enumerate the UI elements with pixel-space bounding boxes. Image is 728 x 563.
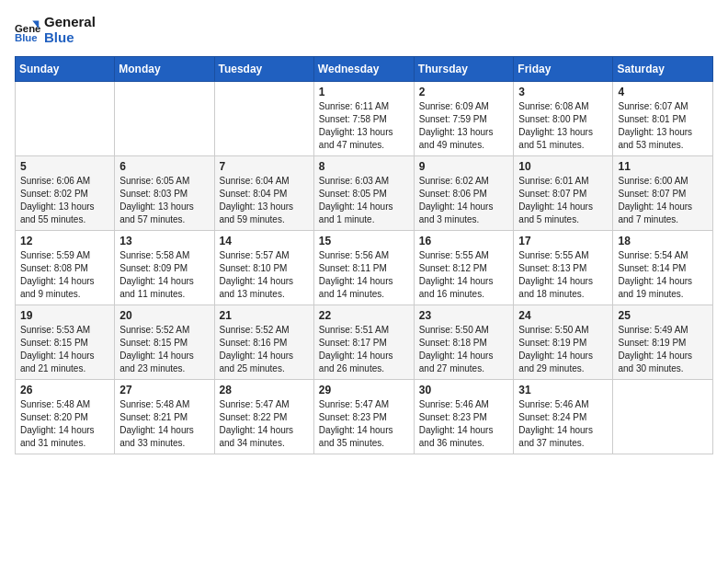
day-info: Sunrise: 6:04 AM Sunset: 8:04 PM Dayligh…	[220, 175, 309, 226]
day-info: Sunrise: 5:59 AM Sunset: 8:08 PM Dayligh…	[20, 249, 109, 301]
calendar-cell: 20Sunrise: 5:52 AM Sunset: 8:15 PM Dayli…	[115, 305, 214, 380]
calendar-cell: 1Sunrise: 6:11 AM Sunset: 7:58 PM Daylig…	[313, 82, 414, 156]
calendar-cell: 17Sunrise: 5:55 AM Sunset: 8:13 PM Dayli…	[514, 231, 613, 305]
calendar-cell: 19Sunrise: 5:53 AM Sunset: 8:15 PM Dayli…	[16, 305, 115, 380]
calendar-cell: 21Sunrise: 5:52 AM Sunset: 8:16 PM Dayli…	[214, 305, 313, 380]
calendar-cell: 24Sunrise: 5:50 AM Sunset: 8:19 PM Dayli…	[514, 305, 613, 380]
calendar-cell: 2Sunrise: 6:09 AM Sunset: 7:59 PM Daylig…	[414, 82, 514, 156]
calendar-cell: 18Sunrise: 5:54 AM Sunset: 8:14 PM Dayli…	[613, 231, 713, 305]
weekday-label-tuesday: Tuesday	[214, 57, 313, 82]
calendar-cell: 7Sunrise: 6:04 AM Sunset: 8:04 PM Daylig…	[214, 156, 313, 231]
logo: General Blue General Blue	[15, 15, 96, 45]
day-info: Sunrise: 6:11 AM Sunset: 7:58 PM Dayligh…	[319, 100, 409, 152]
calendar-cell: 29Sunrise: 5:47 AM Sunset: 8:23 PM Dayli…	[313, 380, 414, 454]
day-info: Sunrise: 5:57 AM Sunset: 8:10 PM Dayligh…	[220, 249, 309, 301]
week-row-1: 1Sunrise: 6:11 AM Sunset: 7:58 PM Daylig…	[16, 82, 713, 156]
day-number: 21	[220, 309, 309, 322]
calendar-cell: 3Sunrise: 6:08 AM Sunset: 8:00 PM Daylig…	[514, 82, 613, 156]
day-number: 28	[220, 384, 309, 396]
day-info: Sunrise: 6:05 AM Sunset: 8:03 PM Dayligh…	[119, 175, 209, 226]
calendar-cell	[115, 82, 214, 156]
day-number: 12	[20, 235, 109, 247]
day-number: 8	[319, 160, 409, 173]
week-row-2: 5Sunrise: 6:06 AM Sunset: 8:02 PM Daylig…	[16, 156, 713, 231]
day-number: 17	[518, 235, 608, 247]
day-info: Sunrise: 5:56 AM Sunset: 8:11 PM Dayligh…	[319, 249, 409, 301]
calendar-cell	[16, 82, 115, 156]
day-info: Sunrise: 5:55 AM Sunset: 8:12 PM Dayligh…	[419, 249, 509, 301]
day-info: Sunrise: 6:06 AM Sunset: 8:02 PM Dayligh…	[20, 175, 109, 226]
week-row-4: 19Sunrise: 5:53 AM Sunset: 8:15 PM Dayli…	[16, 305, 713, 380]
day-number: 19	[20, 309, 109, 322]
day-info: Sunrise: 5:49 AM Sunset: 8:19 PM Dayligh…	[618, 324, 708, 375]
calendar-body: 1Sunrise: 6:11 AM Sunset: 7:58 PM Daylig…	[16, 82, 713, 454]
day-number: 15	[319, 235, 409, 247]
day-number: 18	[618, 235, 708, 247]
day-number: 26	[20, 384, 109, 396]
day-number: 2	[419, 86, 509, 98]
day-number: 13	[119, 235, 209, 247]
calendar-cell: 4Sunrise: 6:07 AM Sunset: 8:01 PM Daylig…	[613, 82, 713, 156]
calendar-cell: 15Sunrise: 5:56 AM Sunset: 8:11 PM Dayli…	[313, 231, 414, 305]
svg-text:Blue: Blue	[15, 32, 38, 43]
weekday-label-friday: Friday	[514, 57, 613, 82]
day-info: Sunrise: 5:46 AM Sunset: 8:24 PM Dayligh…	[518, 398, 608, 450]
day-info: Sunrise: 5:46 AM Sunset: 8:23 PM Dayligh…	[419, 398, 509, 450]
day-info: Sunrise: 5:54 AM Sunset: 8:14 PM Dayligh…	[618, 249, 708, 301]
day-info: Sunrise: 6:01 AM Sunset: 8:07 PM Dayligh…	[518, 175, 608, 226]
day-info: Sunrise: 5:48 AM Sunset: 8:21 PM Dayligh…	[119, 398, 209, 450]
day-info: Sunrise: 6:02 AM Sunset: 8:06 PM Dayligh…	[419, 175, 509, 226]
calendar-cell: 28Sunrise: 5:47 AM Sunset: 8:22 PM Dayli…	[214, 380, 313, 454]
day-info: Sunrise: 6:03 AM Sunset: 8:05 PM Dayligh…	[319, 175, 409, 226]
day-info: Sunrise: 6:07 AM Sunset: 8:01 PM Dayligh…	[618, 100, 708, 152]
day-info: Sunrise: 5:51 AM Sunset: 8:17 PM Dayligh…	[319, 324, 409, 375]
calendar-cell: 16Sunrise: 5:55 AM Sunset: 8:12 PM Dayli…	[414, 231, 514, 305]
day-info: Sunrise: 5:52 AM Sunset: 8:16 PM Dayligh…	[220, 324, 309, 375]
logo-icon: General Blue	[15, 17, 40, 43]
calendar-cell: 27Sunrise: 5:48 AM Sunset: 8:21 PM Dayli…	[115, 380, 214, 454]
calendar-cell: 8Sunrise: 6:03 AM Sunset: 8:05 PM Daylig…	[313, 156, 414, 231]
calendar-cell	[613, 380, 713, 454]
calendar-cell: 5Sunrise: 6:06 AM Sunset: 8:02 PM Daylig…	[16, 156, 115, 231]
page-header: General Blue General Blue	[15, 15, 713, 45]
day-info: Sunrise: 6:00 AM Sunset: 8:07 PM Dayligh…	[618, 175, 708, 226]
weekday-label-saturday: Saturday	[613, 57, 713, 82]
day-info: Sunrise: 6:09 AM Sunset: 7:59 PM Dayligh…	[419, 100, 509, 152]
weekday-header-row: SundayMondayTuesdayWednesdayThursdayFrid…	[16, 57, 713, 82]
day-info: Sunrise: 5:58 AM Sunset: 8:09 PM Dayligh…	[119, 249, 209, 301]
day-number: 24	[518, 309, 608, 322]
weekday-label-thursday: Thursday	[414, 57, 514, 82]
calendar-cell: 31Sunrise: 5:46 AM Sunset: 8:24 PM Dayli…	[514, 380, 613, 454]
day-number: 29	[319, 384, 409, 396]
calendar-table: SundayMondayTuesdayWednesdayThursdayFrid…	[15, 56, 713, 454]
day-info: Sunrise: 5:47 AM Sunset: 8:22 PM Dayligh…	[220, 398, 309, 450]
weekday-label-monday: Monday	[115, 57, 214, 82]
day-number: 20	[119, 309, 209, 322]
day-info: Sunrise: 5:48 AM Sunset: 8:20 PM Dayligh…	[20, 398, 109, 450]
day-number: 10	[518, 160, 608, 173]
week-row-5: 26Sunrise: 5:48 AM Sunset: 8:20 PM Dayli…	[16, 380, 713, 454]
day-number: 3	[518, 86, 608, 98]
calendar-cell: 11Sunrise: 6:00 AM Sunset: 8:07 PM Dayli…	[613, 156, 713, 231]
day-info: Sunrise: 5:50 AM Sunset: 8:18 PM Dayligh…	[419, 324, 509, 375]
day-info: Sunrise: 5:55 AM Sunset: 8:13 PM Dayligh…	[518, 249, 608, 301]
calendar-cell	[214, 82, 313, 156]
day-number: 1	[319, 86, 409, 98]
calendar-cell: 22Sunrise: 5:51 AM Sunset: 8:17 PM Dayli…	[313, 305, 414, 380]
week-row-3: 12Sunrise: 5:59 AM Sunset: 8:08 PM Dayli…	[16, 231, 713, 305]
day-info: Sunrise: 5:52 AM Sunset: 8:15 PM Dayligh…	[119, 324, 209, 375]
day-number: 25	[618, 309, 708, 322]
calendar-cell: 9Sunrise: 6:02 AM Sunset: 8:06 PM Daylig…	[414, 156, 514, 231]
day-number: 31	[518, 384, 608, 396]
day-number: 14	[220, 235, 309, 247]
day-number: 5	[20, 160, 109, 173]
day-number: 7	[220, 160, 309, 173]
day-number: 11	[618, 160, 708, 173]
calendar-cell: 26Sunrise: 5:48 AM Sunset: 8:20 PM Dayli…	[16, 380, 115, 454]
day-number: 23	[419, 309, 509, 322]
day-number: 9	[419, 160, 509, 173]
day-info: Sunrise: 5:47 AM Sunset: 8:23 PM Dayligh…	[319, 398, 409, 450]
day-number: 4	[618, 86, 708, 98]
weekday-label-wednesday: Wednesday	[313, 57, 414, 82]
day-info: Sunrise: 6:08 AM Sunset: 8:00 PM Dayligh…	[518, 100, 608, 152]
